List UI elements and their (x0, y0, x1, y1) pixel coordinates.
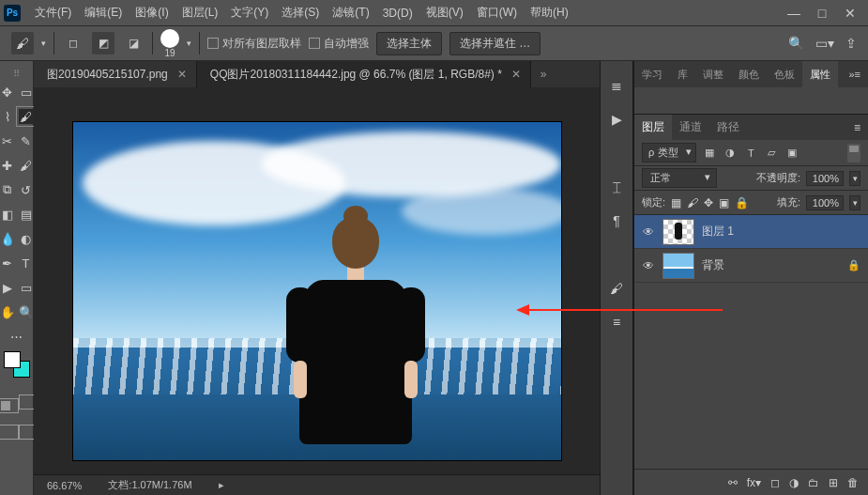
new-selection-icon[interactable]: ◻ (62, 32, 84, 54)
actions-panel-icon[interactable]: ▶ (607, 110, 626, 129)
blend-mode-dropdown[interactable]: 正常 (642, 168, 717, 188)
brush-settings-icon[interactable]: 🖌 (607, 279, 626, 298)
lock-transparency-icon[interactable]: ▦ (671, 196, 681, 209)
quick-selection-tool[interactable]: 🖌 (19, 109, 34, 124)
workspace-icon[interactable]: ▭▾ (815, 36, 834, 51)
tab-learn[interactable]: 学习 (634, 61, 670, 87)
auto-enhance-checkbox[interactable]: 自动增强 (309, 36, 369, 52)
opacity-flyout-icon[interactable]: ▾ (849, 171, 860, 186)
healing-tool[interactable]: ✚ (0, 158, 15, 173)
tab-channels[interactable]: 通道 (672, 115, 709, 140)
filter-toggle[interactable] (847, 144, 860, 162)
visibility-toggle-icon[interactable]: 👁 (642, 259, 655, 272)
menu-help[interactable]: 帮助(H) (524, 5, 575, 21)
document-tab-2[interactable]: QQ图片20180311184442.jpg @ 66.7% (图层 1, RG… (197, 61, 531, 87)
zoom-level[interactable]: 66.67% (47, 480, 82, 491)
dodge-tool[interactable]: ◐ (19, 231, 34, 246)
menu-edit[interactable]: 编辑(E) (78, 5, 129, 21)
chevron-down-icon[interactable]: ▾ (41, 39, 46, 48)
select-subject-button[interactable]: 选择主体 (376, 32, 442, 55)
brush-tool[interactable]: 🖌 (19, 158, 34, 173)
document-tab-1[interactable]: 图20190405215107.png ✕ (34, 61, 197, 87)
layer-thumbnail[interactable] (662, 219, 694, 245)
move-tool[interactable]: ✥ (0, 85, 15, 100)
menu-file[interactable]: 文件(F) (28, 5, 78, 21)
subtract-from-selection-icon[interactable]: ◪ (122, 32, 145, 54)
tab-color[interactable]: 颜色 (731, 61, 767, 87)
window-close-button[interactable]: ✕ (836, 4, 864, 23)
lock-pixels-icon[interactable]: 🖌 (687, 196, 698, 209)
tab-overflow-button[interactable]: » (531, 68, 556, 81)
current-tool-icon[interactable]: 🖌 (11, 32, 34, 54)
layer-fx-icon[interactable]: fx▾ (747, 476, 761, 489)
type-tool[interactable]: T (19, 255, 34, 271)
select-and-mask-button[interactable]: 选择并遮住 … (449, 32, 541, 55)
sample-all-layers-checkbox[interactable]: 对所有图层取样 (207, 36, 301, 52)
tab-adjust[interactable]: 调整 (695, 61, 731, 87)
history-brush-tool[interactable]: ↺ (19, 182, 34, 197)
link-layers-icon[interactable]: ⚯ (728, 476, 738, 489)
layer-row-layer1[interactable]: 👁 图层 1 (634, 215, 868, 249)
layer-thumbnail[interactable] (662, 253, 694, 279)
panel-menu-icon[interactable]: ≡ (846, 115, 868, 140)
screen-mode-alt-icon[interactable] (0, 425, 19, 440)
color-swatches[interactable] (4, 351, 30, 378)
window-maximize-button[interactable]: □ (808, 4, 836, 23)
add-to-selection-icon[interactable]: ◩ (92, 32, 114, 54)
new-group-icon[interactable]: 🗀 (808, 476, 819, 489)
edit-toolbar-icon[interactable]: ⋯ (9, 329, 24, 344)
path-select-tool[interactable]: ▶ (0, 280, 15, 295)
document-size[interactable]: 文档:1.07M/1.76M (108, 478, 191, 492)
eraser-tool[interactable]: ◧ (0, 207, 15, 222)
delete-layer-icon[interactable]: 🗑 (847, 476, 859, 489)
filter-adjust-icon[interactable]: ◑ (723, 146, 738, 161)
close-icon[interactable]: ✕ (177, 68, 187, 81)
gradient-tool[interactable]: ▤ (19, 207, 34, 222)
layer-row-background[interactable]: 👁 背景 🔒 (634, 249, 868, 283)
tab-layers[interactable]: 图层 (634, 115, 672, 140)
lock-artboard-icon[interactable]: ▣ (719, 196, 729, 209)
menu-window[interactable]: 窗口(W) (470, 5, 524, 21)
new-adjustment-icon[interactable]: ◑ (789, 476, 799, 489)
new-layer-icon[interactable]: ⊞ (829, 476, 838, 489)
close-icon[interactable]: ✕ (511, 68, 521, 81)
menu-select[interactable]: 选择(S) (275, 5, 326, 21)
tab-library[interactable]: 库 (670, 61, 695, 87)
shape-tool[interactable]: ▭ (19, 280, 34, 295)
window-minimize-button[interactable]: — (780, 4, 808, 23)
drag-handle-icon[interactable]: ⠿ (13, 69, 21, 79)
clone-tool[interactable]: ⧉ (0, 182, 15, 197)
layer-name[interactable]: 图层 1 (702, 224, 860, 240)
fill-flyout-icon[interactable]: ▾ (849, 195, 860, 210)
lock-all-icon[interactable]: 🔒 (735, 196, 749, 209)
layer-name[interactable]: 背景 (702, 257, 840, 273)
eyedropper-tool[interactable]: ✎ (19, 133, 34, 148)
filter-shape-icon[interactable]: ▱ (764, 146, 779, 161)
menu-layer[interactable]: 图层(L) (175, 5, 225, 21)
opacity-value[interactable]: 100% (806, 171, 844, 186)
tab-paths[interactable]: 路径 (709, 115, 747, 140)
brush-preview[interactable] (160, 29, 179, 48)
add-mask-icon[interactable]: ◻ (770, 476, 780, 489)
filter-smart-icon[interactable]: ▣ (784, 146, 799, 161)
menu-filter[interactable]: 滤镜(T) (326, 5, 375, 21)
blur-tool[interactable]: 💧 (0, 231, 15, 246)
panel-menu-icon[interactable]: »≡ (841, 61, 868, 87)
fill-value[interactable]: 100% (806, 195, 844, 210)
character-panel-icon[interactable]: ⌶ (607, 178, 626, 196)
filter-pixel-icon[interactable]: ▦ (702, 146, 717, 161)
quickmask-icon[interactable] (0, 398, 19, 413)
visibility-toggle-icon[interactable]: 👁 (642, 225, 655, 239)
share-icon[interactable]: ⇪ (845, 36, 857, 51)
status-flyout-icon[interactable]: ▸ (219, 479, 224, 491)
foreground-color-swatch[interactable] (4, 351, 21, 368)
lock-position-icon[interactable]: ✥ (704, 196, 713, 209)
paragraph-panel-icon[interactable]: ¶ (607, 211, 626, 230)
search-icon[interactable]: 🔍 (788, 36, 804, 51)
filter-type-icon[interactable]: T (743, 146, 758, 161)
history-panel-icon[interactable]: ≣ (607, 76, 626, 95)
brushes-panel-icon[interactable]: ≡ (607, 313, 626, 332)
marquee-tool[interactable]: ▭ (19, 85, 34, 100)
canvas[interactable] (73, 122, 561, 460)
tab-swatch[interactable]: 色板 (767, 61, 802, 87)
